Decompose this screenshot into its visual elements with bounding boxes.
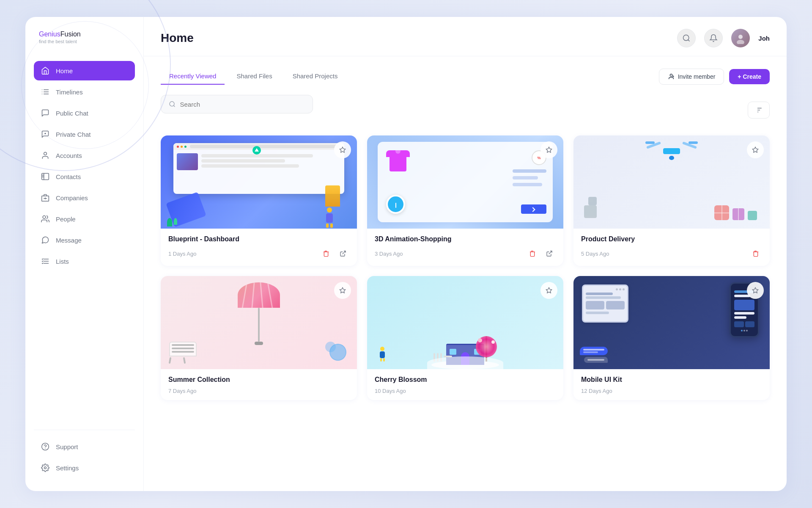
sidebar-item-home[interactable]: Home	[34, 61, 135, 80]
svg-point-19	[42, 443, 49, 450]
card-3-body: Product Delivery 5 Days Ago	[573, 229, 770, 266]
card-5-footer: 10 Days Ago	[375, 388, 556, 394]
svg-point-22	[683, 35, 689, 41]
avatar[interactable]	[731, 29, 750, 47]
page-title: Home	[161, 31, 194, 45]
invite-icon	[668, 73, 675, 80]
sidebar-item-private-chat[interactable]: Private Chat	[34, 124, 135, 144]
card-3-delete-button[interactable]	[749, 247, 762, 260]
filter-icon	[755, 106, 763, 114]
card-2-body: 3D Animation-Shopping 3 Days Ago	[367, 229, 563, 266]
sidebar-item-timelines[interactable]: Timelines	[34, 82, 135, 102]
home-icon	[41, 66, 50, 75]
search-input[interactable]	[180, 101, 305, 108]
card-6-title: Mobile UI Kit	[581, 376, 762, 384]
sidebar-item-people-label: People	[56, 215, 76, 223]
tab-recently-viewed[interactable]: Recently Viewed	[161, 68, 225, 85]
sidebar-item-accounts[interactable]: Accounts	[34, 146, 135, 165]
card-4-date: 7 Days Ago	[168, 388, 197, 394]
main-content-area: Home	[144, 17, 787, 491]
username: Joh	[758, 35, 770, 42]
create-label: + Create	[738, 73, 761, 80]
project-card-beach[interactable]: Summer Collection 7 Days Ago	[161, 276, 357, 400]
svg-point-6	[44, 133, 46, 134]
sidebar-item-settings-label: Settings	[56, 464, 79, 472]
timelines-icon	[41, 87, 50, 97]
card-4-title: Summer Collection	[168, 376, 349, 384]
card-1-pin-button[interactable]	[334, 141, 351, 158]
sidebar-item-lists-label: Lists	[56, 258, 69, 265]
project-card-mobile[interactable]: Mobile UI Kit 12 Days Ago	[573, 276, 770, 400]
filter-button[interactable]	[748, 102, 770, 119]
svg-point-24	[738, 35, 743, 39]
card-thumbnail-3	[573, 135, 770, 229]
card-2-pin-button[interactable]	[540, 141, 557, 158]
card-1-body: Blueprint - Dashboard 1 Days Ago	[161, 229, 357, 266]
contacts-icon	[41, 172, 50, 181]
card-5-body: Cherry Blossom 10 Days Ago	[367, 369, 563, 400]
sidebar-item-contacts[interactable]: Contacts	[34, 167, 135, 186]
message-icon	[41, 235, 50, 245]
sidebar-item-companies[interactable]: Companies	[34, 188, 135, 207]
notifications-button[interactable]	[704, 29, 723, 47]
sidebar-item-accounts-label: Accounts	[56, 152, 82, 159]
tab-shared-projects[interactable]: Shared Projects	[284, 68, 346, 85]
sidebar-item-support[interactable]: Support	[34, 437, 135, 456]
card-1-footer: 1 Days Ago	[168, 247, 349, 260]
card-6-footer: 12 Days Ago	[581, 388, 762, 394]
cards-grid: Blueprint - Dashboard 1 Days Ago	[161, 135, 770, 400]
project-card-shopping[interactable]: %	[367, 135, 563, 266]
card-5-date: 10 Days Ago	[375, 388, 406, 394]
sidebar-item-lists[interactable]: Lists	[34, 251, 135, 271]
card-thumbnail-2: %	[367, 135, 563, 229]
svg-point-25	[737, 40, 744, 44]
create-button[interactable]: + Create	[729, 69, 770, 84]
card-2-title: 3D Animation-Shopping	[375, 235, 556, 243]
sidebar-item-settings[interactable]: Settings	[34, 458, 135, 478]
card-2-delete-button[interactable]	[526, 247, 539, 260]
card-1-delete-button[interactable]	[320, 247, 332, 260]
tabs-row: Recently Viewed Shared Files Shared Proj…	[161, 68, 770, 85]
people-icon	[41, 214, 50, 224]
logo: GeniusFusion find the best talent	[34, 30, 135, 44]
search-button[interactable]	[677, 29, 696, 47]
card-3-actions	[749, 247, 762, 260]
logo-tagline: find the best talent	[39, 39, 130, 44]
card-3-footer: 5 Days Ago	[581, 247, 762, 260]
card-1-link-button[interactable]	[337, 247, 349, 260]
sidebar-item-public-chat[interactable]: Public Chat	[34, 103, 135, 123]
search-bar[interactable]	[161, 95, 313, 113]
tab-shared-files[interactable]: Shared Files	[228, 68, 280, 85]
sidebar-item-public-chat-label: Public Chat	[56, 110, 88, 117]
support-icon	[41, 442, 50, 451]
card-2-actions	[526, 247, 556, 260]
invite-member-button[interactable]: Invite member	[659, 69, 724, 85]
card-4-body: Summer Collection 7 Days Ago	[161, 369, 357, 400]
invite-member-label: Invite member	[678, 73, 716, 80]
project-card-delivery[interactable]: Product Delivery 5 Days Ago	[573, 135, 770, 266]
sidebar-item-people[interactable]: People	[34, 209, 135, 229]
card-thumbnail-1	[161, 135, 357, 229]
svg-point-7	[44, 152, 47, 155]
card-thumbnail-4	[161, 276, 357, 369]
logo-fusion: Fusion	[60, 30, 81, 38]
svg-point-26	[670, 74, 672, 76]
card-2-link-button[interactable]	[543, 247, 556, 260]
top-header: Home	[144, 17, 787, 56]
card-4-pin-button[interactable]	[334, 282, 351, 299]
project-card-cherry[interactable]: Cherry Blossom 10 Days Ago	[367, 276, 563, 400]
sidebar-item-message[interactable]: Message	[34, 230, 135, 250]
project-card-blueprint[interactable]: Blueprint - Dashboard 1 Days Ago	[161, 135, 357, 266]
card-6-pin-button[interactable]	[747, 282, 764, 299]
card-1-actions	[320, 247, 349, 260]
public-chat-icon	[41, 108, 50, 118]
svg-point-15	[43, 216, 46, 219]
sidebar-item-timelines-label: Timelines	[56, 88, 83, 96]
sidebar-item-private-chat-label: Private Chat	[56, 131, 91, 138]
card-1-date: 1 Days Ago	[168, 251, 197, 257]
card-5-pin-button[interactable]	[540, 282, 557, 299]
nav-list: Home Timelines Public Chat	[34, 61, 135, 430]
card-3-pin-button[interactable]	[747, 141, 764, 158]
private-chat-icon	[41, 130, 50, 139]
svg-line-37	[343, 251, 346, 254]
